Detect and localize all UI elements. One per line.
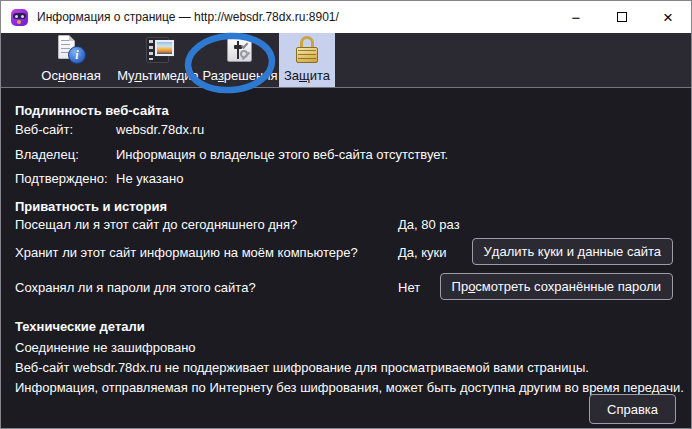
close-button[interactable]: ×: [645, 1, 691, 33]
passwords-answer: Нет: [398, 280, 420, 296]
tab-security[interactable]: Защита: [279, 33, 335, 87]
maximize-button[interactable]: [599, 1, 645, 33]
app-icon: [11, 9, 28, 26]
visited-answer: Да, 80 раз: [398, 217, 460, 233]
tab-permissions-label: Разрешения: [203, 68, 278, 83]
website-label: Веб-сайт:: [15, 122, 73, 138]
security-panel: Подлинность веб-сайта Веб-сайт: websdr.7…: [1, 89, 691, 428]
padlock-icon: [291, 34, 323, 66]
tab-media-label: Мультимедиа: [117, 68, 199, 83]
document-info-icon: i: [55, 34, 87, 66]
toolbar: i Основная Мультимедиа Разрешения: [1, 33, 691, 88]
tab-permissions[interactable]: Разрешения: [201, 33, 279, 87]
verified-value: Не указано: [116, 171, 183, 187]
owner-value: Информация о владельце этого веб-сайта о…: [116, 147, 448, 163]
tab-general[interactable]: i Основная: [27, 33, 115, 87]
close-icon: ×: [663, 9, 673, 26]
tech-line-warning: Информация, отправляемая по Интернету бе…: [15, 380, 684, 396]
window-title: Информация о странице — http://websdr.78…: [37, 10, 339, 24]
checkmark-icon: [241, 41, 249, 49]
visited-question: Посещал ли я этот сайт до сегодняшнего д…: [15, 217, 297, 233]
tech-line-encryption-status: Соединение не зашифровано: [15, 340, 196, 356]
technical-section-header: Технические детали: [15, 319, 145, 335]
titlebar: Информация о странице — http://websdr.78…: [1, 1, 691, 33]
app-icon-eyes: [15, 15, 18, 18]
website-value: websdr.78dx.ru: [116, 122, 204, 138]
identity-section-header: Подлинность веб-сайта: [15, 103, 169, 119]
app-icon-mouth: [17, 20, 21, 24]
help-button[interactable]: Справка: [589, 394, 676, 424]
minimize-button[interactable]: −: [553, 1, 599, 33]
tab-security-label: Защита: [284, 68, 330, 83]
cookies-question: Хранит ли этот сайт информацию на моём к…: [15, 245, 358, 261]
filmstrip-icon: [142, 34, 174, 66]
window-controls: − ×: [553, 1, 691, 33]
minimize-icon: −: [572, 10, 581, 25]
passwords-question: Сохранял ли я пароли для этого сайта?: [15, 280, 256, 296]
tech-line-no-encryption: Веб-сайт websdr.78dx.ru не поддерживает …: [15, 360, 589, 376]
cookies-answer: Да, куки: [398, 245, 447, 261]
page-info-dialog: Информация о странице — http://websdr.78…: [0, 0, 692, 429]
tab-media[interactable]: Мультимедиа: [115, 33, 201, 87]
permissions-sliders-icon: [224, 34, 256, 66]
maximize-icon: [617, 12, 627, 22]
block-icon: [240, 50, 248, 58]
owner-label: Владелец:: [15, 147, 79, 163]
privacy-section-header: Приватность и история: [15, 199, 167, 215]
verified-label: Подтверждено:: [15, 171, 108, 187]
view-saved-passwords-button[interactable]: Просмотреть сохранённые пароли: [440, 273, 673, 300]
clear-cookies-button[interactable]: Удалить куки и данные сайта: [472, 238, 673, 265]
tab-general-label: Основная: [41, 68, 100, 83]
